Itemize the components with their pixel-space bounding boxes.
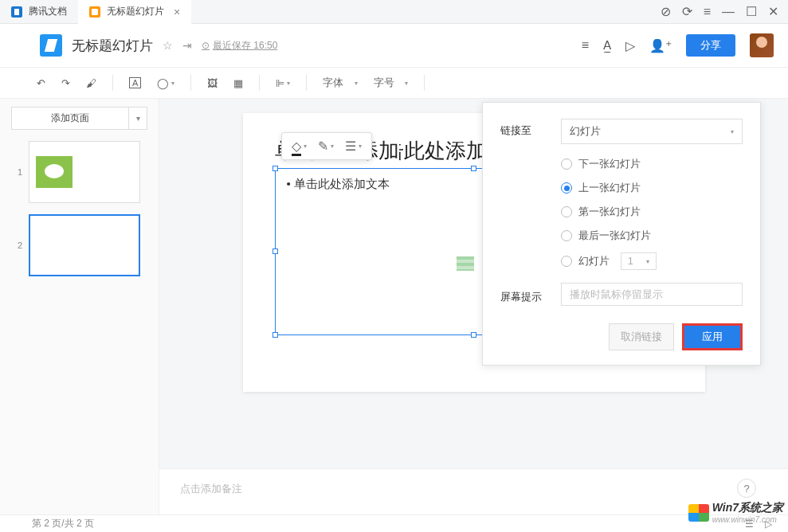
- screen-tip-label: 屏幕提示: [500, 285, 548, 304]
- maximize-icon[interactable]: ☐: [746, 4, 757, 19]
- image-button[interactable]: 🖼: [202, 74, 222, 92]
- undo-button[interactable]: ↶: [32, 74, 50, 92]
- slide-number: 1: [11, 167, 22, 177]
- slide-number-select[interactable]: 1▾: [621, 252, 657, 270]
- resize-handle[interactable]: [272, 166, 278, 171]
- close-window-icon[interactable]: ✕: [768, 4, 778, 19]
- tab-label: 腾讯文档: [29, 5, 67, 18]
- apply-button[interactable]: 应用: [682, 323, 743, 350]
- thumbnail-content-icon: [36, 156, 73, 188]
- radio-icon: [561, 206, 572, 217]
- thumbnail-row-1[interactable]: 1: [11, 141, 147, 203]
- resize-handle[interactable]: [272, 332, 278, 338]
- text-style-icon[interactable]: A̲: [603, 38, 611, 53]
- add-user-icon[interactable]: 👤⁺: [649, 38, 672, 53]
- separator: [424, 75, 425, 91]
- watermark-logo-icon: [688, 504, 709, 522]
- slides-icon: [89, 6, 100, 18]
- page-indicator: 第 2 页/共 2 页: [32, 517, 94, 530]
- tab-tencent-docs[interactable]: 腾讯文档: [0, 0, 78, 24]
- app-logo-icon[interactable]: [40, 34, 62, 57]
- radio-specific-slide[interactable]: 幻灯片 1▾: [561, 252, 657, 270]
- resize-handle[interactable]: [471, 166, 476, 171]
- folder-move-icon[interactable]: ⇥: [182, 39, 192, 52]
- watermark-url: www.winwin7.com: [712, 515, 783, 524]
- play-icon[interactable]: ▷: [625, 38, 635, 53]
- slide-thumbnail-2[interactable]: [29, 214, 140, 276]
- font-size-select[interactable]: 字号 ▾: [369, 72, 413, 93]
- notes-placeholder: 点击添加备注: [180, 483, 242, 495]
- outline-icon[interactable]: ≡: [582, 38, 589, 53]
- tencent-docs-icon: [11, 6, 22, 18]
- separator: [190, 75, 191, 91]
- watermark: Win7系统之家 www.winwin7.com: [688, 501, 783, 524]
- radio-first-slide[interactable]: 第一张幻灯片: [561, 205, 657, 219]
- insert-link-panel: 链接至 幻灯片 ▾ 下一张幻灯片 上一张幻灯片 第一张幻灯片 最后一张幻灯片 幻…: [482, 102, 761, 366]
- resize-handle[interactable]: [272, 248, 278, 254]
- slide-thumbnails-panel: 添加页面 ▾ 1 2: [0, 99, 159, 514]
- panel-actions: 取消链接 应用: [500, 323, 743, 350]
- close-icon[interactable]: ×: [174, 6, 180, 18]
- radio-icon: [561, 182, 572, 194]
- help-button[interactable]: ?: [737, 479, 756, 498]
- separator: [112, 75, 113, 91]
- floating-format-toolbar: ◇▾ ✎▾ ☰▾: [281, 132, 372, 160]
- slide-number: 2: [11, 241, 22, 250]
- document-title[interactable]: 无标题幻灯片: [72, 37, 153, 55]
- shape-button[interactable]: ◯▾: [152, 74, 179, 92]
- add-page-group: 添加页面 ▾: [11, 107, 147, 130]
- border-button[interactable]: ✎▾: [313, 136, 339, 156]
- add-page-button[interactable]: 添加页面: [11, 107, 128, 130]
- link-target-select[interactable]: 幻灯片 ▾: [561, 119, 743, 144]
- font-family-select[interactable]: 字体 ▾: [318, 72, 362, 93]
- calendar-icon: [457, 256, 474, 271]
- format-toolbar: ↶ ↷ 🖌 A ◯▾ 🖼 ▦ ⊫▾ 字体 ▾ 字号 ▾: [0, 67, 788, 99]
- check-icon: ⊙: [202, 40, 210, 51]
- watermark-title: Win7系统之家: [712, 501, 783, 515]
- fill-color-button[interactable]: ◇▾: [287, 136, 312, 156]
- chevron-down-icon: ▾: [731, 128, 734, 135]
- menu-icon[interactable]: ≡: [704, 5, 711, 19]
- tab-current-doc[interactable]: 无标题幻灯片 ×: [78, 0, 191, 24]
- cancel-link-button[interactable]: 取消链接: [609, 323, 674, 350]
- separator: [306, 75, 307, 91]
- slide-thumbnail-1[interactable]: [29, 141, 140, 203]
- radio-icon: [561, 158, 572, 170]
- thumbnail-row-2[interactable]: 2: [11, 214, 147, 276]
- radio-next-slide[interactable]: 下一张幻灯片: [561, 157, 657, 171]
- screen-tip-input[interactable]: [561, 283, 743, 306]
- text-box-button[interactable]: A: [124, 74, 146, 92]
- window-controls: ⊘ ⟳ ≡ — ☐ ✕: [661, 4, 788, 19]
- slide-link-radio-group: 下一张幻灯片 上一张幻灯片 第一张幻灯片 最后一张幻灯片 幻灯片 1▾: [561, 157, 657, 270]
- separator: [259, 75, 260, 91]
- tab-label: 无标题幻灯片: [107, 5, 164, 18]
- link-to-label: 链接至: [500, 119, 548, 138]
- refresh-icon[interactable]: ⟳: [682, 4, 692, 19]
- resize-handle[interactable]: [471, 332, 476, 338]
- header-actions: ≡ A̲ ▷ 👤⁺ 分享: [582, 33, 774, 57]
- arrange-button[interactable]: ☰▾: [340, 136, 367, 156]
- block-icon[interactable]: ⊘: [661, 4, 671, 19]
- star-icon[interactable]: ☆: [163, 39, 173, 52]
- document-header: 无标题幻灯片 ☆ ⇥ ⊙ 最近保存 16:50 ≡ A̲ ▷ 👤⁺ 分享: [0, 24, 788, 67]
- redo-button[interactable]: ↷: [57, 74, 75, 92]
- table-button[interactable]: ▦: [229, 74, 248, 92]
- radio-last-slide[interactable]: 最后一张幻灯片: [561, 229, 657, 243]
- user-avatar[interactable]: [750, 33, 774, 57]
- radio-icon: [561, 230, 572, 241]
- tab-bar: 腾讯文档 无标题幻灯片 × ⊘ ⟳ ≡ — ☐ ✕: [0, 0, 788, 24]
- share-button[interactable]: 分享: [686, 34, 735, 57]
- format-painter-button[interactable]: 🖌: [81, 74, 101, 92]
- autosave-status[interactable]: ⊙ 最近保存 16:50: [202, 39, 277, 53]
- minimize-icon[interactable]: —: [722, 5, 735, 19]
- radio-prev-slide[interactable]: 上一张幻灯片: [561, 181, 657, 195]
- status-bar: 第 2 页/共 2 页 ☰ ▷: [0, 514, 788, 532]
- align-button[interactable]: ⊫▾: [271, 74, 295, 92]
- add-page-dropdown[interactable]: ▾: [128, 107, 147, 130]
- radio-icon: [561, 256, 572, 267]
